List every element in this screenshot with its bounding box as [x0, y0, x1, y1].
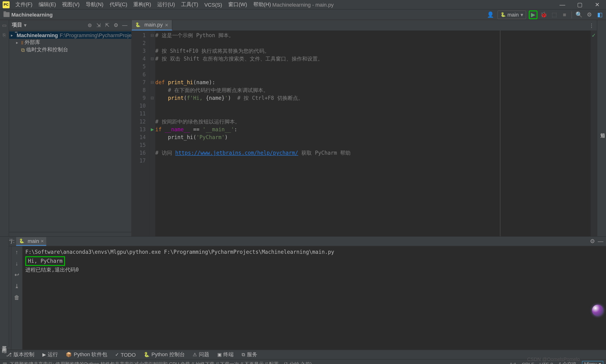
- breadcrumb-project[interactable]: Machinelearning: [11, 12, 53, 18]
- right-margin-line: [500, 30, 500, 236]
- settings-button[interactable]: ⚙: [585, 10, 594, 19]
- run-settings-icon[interactable]: ⚙: [590, 238, 595, 245]
- menu-item[interactable]: 导航(N): [83, 0, 107, 10]
- bottom-tool-strip: ⎇版本控制▶运行📦Python 软件包✓TODO🐍Python 控制台⚠问题▣终…: [0, 350, 606, 359]
- left-tool-rail: ▭ ⎘: [0, 20, 9, 236]
- run-button[interactable]: ▶: [529, 10, 538, 19]
- caret-position[interactable]: 1:1: [510, 362, 516, 364]
- tool-strip-item[interactable]: 📦Python 软件包: [63, 350, 111, 360]
- menu-item[interactable]: 运行(U): [154, 0, 178, 10]
- run-tool-window: 运行: 🐍 main × ⚙ — ▶ 🔧 ■ 🖶 📌 ↑ ↓ ↩ ⤓ 🗑 F:\…: [0, 236, 606, 350]
- side-panel-icon[interactable]: ◧: [596, 10, 604, 19]
- code-editor[interactable]: # 这是一个示例 Python 脚本。# 按 Shift+F10 执行或将其替换…: [155, 30, 591, 236]
- close-tab-icon[interactable]: ×: [165, 22, 168, 28]
- python-icon: 🐍: [135, 22, 140, 27]
- run-tab-label: main: [28, 238, 39, 244]
- editor-inspection-strip: ✓: [591, 30, 597, 236]
- project-panel: 项目 ▾ ⊚ ⇲ ⇱ ⚙ — ▸ Machinelearning F:\Prog…: [9, 20, 132, 236]
- menu-item[interactable]: VCS(S): [201, 0, 225, 10]
- add-user-icon[interactable]: 👤: [486, 10, 495, 19]
- menu-item[interactable]: 文件(F): [12, 0, 36, 10]
- locate-icon[interactable]: ⊚: [86, 21, 94, 29]
- tool-strip-item[interactable]: ▶运行: [39, 350, 62, 360]
- up-arrow-icon[interactable]: ↑: [13, 248, 21, 256]
- commit-tool-button[interactable]: ⎘: [1, 31, 8, 38]
- debug-button[interactable]: 🐞: [539, 10, 548, 19]
- tool-strip-item[interactable]: ⎇版本控制: [3, 350, 38, 360]
- code-with-me-orb[interactable]: [592, 305, 603, 316]
- search-button[interactable]: 🔍: [575, 10, 583, 19]
- menu-item[interactable]: 编辑(E): [36, 0, 59, 10]
- line-separator[interactable]: CRLF: [522, 362, 534, 364]
- tool-strip-item[interactable]: ⧉服务: [238, 350, 261, 360]
- editor-tab-main[interactable]: 🐍 main.py ×: [132, 20, 172, 30]
- run-config-selector[interactable]: 🐍 main ▾: [497, 10, 526, 19]
- app-icon: PC: [3, 1, 10, 8]
- coverage-button[interactable]: ⬚: [550, 10, 558, 19]
- window-title: Machinelearning - main.py: [272, 1, 334, 8]
- menu-bar: PC 文件(F)编辑(E)视图(V)导航(N)代码(C)重构(R)运行(U)工具…: [0, 0, 606, 10]
- tree-root[interactable]: ▸ Machinelearning F:\Programming\Pycharm…: [9, 31, 131, 39]
- console-output[interactable]: F:\Software\anaconda3\envs\Mlgpu\python.…: [23, 246, 606, 350]
- clear-icon[interactable]: 🗑: [13, 293, 21, 301]
- menu-item[interactable]: 帮助(H): [250, 0, 274, 10]
- tool-strip-item[interactable]: ▣终端: [214, 350, 237, 360]
- left-rail-bottom: 书签 结构: [0, 238, 9, 347]
- run-config-name: main: [507, 12, 519, 18]
- project-panel-title: 项目: [12, 21, 22, 29]
- gutter-icons: ⊟⊟⊟⊟▶: [149, 30, 155, 236]
- watermark: CSDN @OomelsPomelo: [527, 357, 580, 362]
- status-message[interactable]: 下载预构建共享索引: 使用预构建的Python 软件包共享索引减少索引时间和 C…: [10, 361, 312, 364]
- menu-item[interactable]: 重构(R): [130, 0, 154, 10]
- collapse-all-icon[interactable]: ⇱: [103, 21, 111, 29]
- menu-item[interactable]: 窗口(W): [225, 0, 250, 10]
- editor-area: 🐍 main.py × ⋮ 1234567891011121314151617 …: [132, 20, 597, 236]
- run-tab[interactable]: 🐍 main ×: [16, 237, 46, 246]
- python-icon: 🐍: [500, 12, 506, 17]
- line-gutter[interactable]: 1234567891011121314151617: [132, 30, 149, 236]
- close-button[interactable]: ✕: [589, 0, 606, 10]
- tab-label: main.py: [144, 22, 163, 28]
- editor-more-icon[interactable]: ⋮: [589, 23, 594, 29]
- file-encoding[interactable]: UTF-8: [539, 362, 553, 364]
- panel-hide-icon[interactable]: —: [121, 21, 129, 29]
- close-run-tab-icon[interactable]: ×: [41, 238, 44, 244]
- menu-item[interactable]: 工具(T): [178, 0, 201, 10]
- status-bar: ▥ 下载预构建共享索引: 使用预构建的Python 软件包共享索引减少索引时间和…: [0, 359, 606, 364]
- maximize-button[interactable]: ▢: [571, 0, 589, 10]
- tree-scratches[interactable]: ⧉ 临时文件和控制台: [9, 46, 131, 53]
- scroll-to-end-icon[interactable]: ⤓: [13, 282, 21, 290]
- tool-strip-item[interactable]: ⚠问题: [189, 350, 213, 360]
- tool-strip-item[interactable]: ✓TODO: [111, 350, 139, 360]
- run-hide-icon[interactable]: —: [598, 238, 603, 245]
- stop-button[interactable]: ■: [560, 10, 569, 19]
- menu-item[interactable]: 代码(C): [107, 0, 130, 10]
- tool-strip-item[interactable]: 🐍Python 控制台: [140, 350, 189, 360]
- panel-settings-icon[interactable]: ⚙: [112, 21, 120, 29]
- minimize-button[interactable]: —: [554, 0, 571, 10]
- interpreter-chip[interactable]: Mlgpu ▾: [582, 361, 603, 364]
- tree-external-libs[interactable]: ▸ ⫴ 外部库: [9, 39, 131, 46]
- expand-all-icon[interactable]: ⇲: [95, 21, 103, 29]
- nav-bar: Machinelearning 👤 🐍 main ▾ ▶ 🐞 ⬚ ■ 🔍 ⚙ ◧: [0, 10, 606, 20]
- down-arrow-icon[interactable]: ↓: [13, 260, 21, 267]
- check-icon: ✓: [591, 30, 597, 38]
- soft-wrap-icon[interactable]: ↩: [13, 271, 21, 279]
- project-tool-button[interactable]: ▭: [1, 22, 8, 29]
- right-tool-rail[interactable]: 通知: [597, 20, 606, 236]
- folder-icon: [3, 12, 10, 17]
- run-rail-secondary: ↑ ↓ ↩ ⤓ 🗑: [11, 246, 23, 350]
- python-icon: 🐍: [19, 238, 24, 243]
- menu-item[interactable]: 视图(V): [59, 0, 83, 10]
